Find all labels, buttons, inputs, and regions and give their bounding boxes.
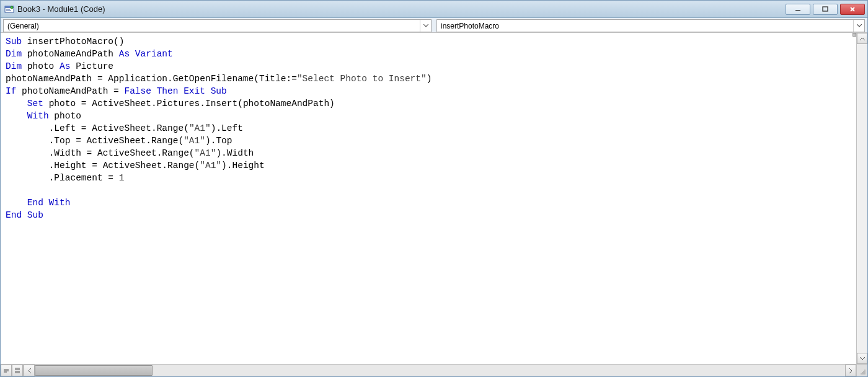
- hscroll-thumb[interactable]: [35, 365, 153, 376]
- close-button[interactable]: [840, 4, 865, 15]
- object-dropdown-value: (General): [4, 22, 420, 30]
- procedure-view-button[interactable]: [1, 365, 12, 376]
- resize-grip[interactable]: [856, 365, 867, 376]
- module-icon: [4, 4, 14, 14]
- svg-point-4: [11, 6, 13, 9]
- svg-point-22: [864, 372, 866, 373]
- svg-point-24: [862, 373, 863, 375]
- svg-point-20: [862, 372, 863, 373]
- code-line[interactable]: Sub insertPhotoMacro(): [6, 35, 856, 48]
- scroll-down-button[interactable]: [857, 353, 867, 364]
- full-module-view-button[interactable]: [12, 365, 23, 376]
- vertical-scrollbar[interactable]: [856, 33, 867, 364]
- svg-point-19: [864, 371, 866, 372]
- window-title: Book3 - Module1 (Code): [17, 4, 786, 14]
- hscroll-track[interactable]: [35, 365, 845, 376]
- code-editor[interactable]: Sub insertPhotoMacro()Dim photoNameAndPa…: [1, 33, 856, 364]
- window-controls: [786, 4, 865, 15]
- maximize-button[interactable]: [813, 4, 838, 15]
- code-line[interactable]: Dim photo As Picture: [6, 60, 856, 73]
- scroll-left-button[interactable]: [24, 365, 35, 376]
- code-area-wrap: Sub insertPhotoMacro()Dim photoNameAndPa…: [1, 33, 867, 364]
- vscroll-track[interactable]: [857, 44, 867, 353]
- scroll-up-button[interactable]: [857, 33, 867, 44]
- code-line[interactable]: .Left = ActiveSheet.Range("A1").Left: [6, 122, 856, 135]
- chevron-down-icon: [853, 20, 864, 32]
- code-line[interactable]: With photo: [6, 110, 856, 122]
- code-line[interactable]: .Top = ActiveSheet.Range("A1").Top: [6, 135, 856, 147]
- dropdown-bar: (General) insertPhotoMacro: [1, 18, 867, 33]
- horizontal-scrollbar[interactable]: [24, 365, 856, 376]
- code-line[interactable]: End With: [6, 197, 856, 209]
- svg-point-21: [863, 372, 864, 373]
- procedure-dropdown[interactable]: insertPhotoMacro: [436, 19, 865, 32]
- code-line[interactable]: .Height = ActiveSheet.Range("A1").Height: [6, 159, 856, 172]
- svg-point-26: [864, 373, 866, 375]
- object-dropdown[interactable]: (General): [3, 19, 432, 32]
- svg-point-17: [864, 370, 866, 371]
- code-window: Book3 - Module1 (Code) (General) insertP…: [0, 0, 868, 377]
- procedure-dropdown-value: insertPhotoMacro: [437, 22, 853, 30]
- split-handle[interactable]: [852, 33, 856, 37]
- minimize-button[interactable]: [786, 4, 810, 15]
- bottom-bar: [1, 364, 867, 376]
- svg-point-18: [863, 371, 864, 372]
- code-line[interactable]: Dim photoNameAndPath As Variant: [6, 48, 856, 60]
- titlebar[interactable]: Book3 - Module1 (Code): [1, 1, 867, 18]
- code-line[interactable]: .Width = ActiveSheet.Range("A1").Width: [6, 147, 856, 159]
- code-line[interactable]: [6, 184, 856, 197]
- code-line[interactable]: photoNameAndPath = Application.GetOpenFi…: [6, 73, 856, 85]
- svg-rect-6: [823, 7, 828, 11]
- svg-point-25: [863, 373, 864, 375]
- code-line[interactable]: Set photo = ActiveSheet.Pictures.Insert(…: [6, 97, 856, 110]
- svg-point-23: [861, 373, 862, 375]
- chevron-down-icon: [420, 20, 431, 32]
- code-line[interactable]: If photoNameAndPath = False Then Exit Su…: [6, 85, 856, 97]
- code-line[interactable]: .Placement = 1: [6, 172, 856, 184]
- view-toggle-group: [1, 365, 24, 376]
- scroll-right-button[interactable]: [845, 365, 856, 376]
- code-line[interactable]: End Sub: [6, 209, 856, 221]
